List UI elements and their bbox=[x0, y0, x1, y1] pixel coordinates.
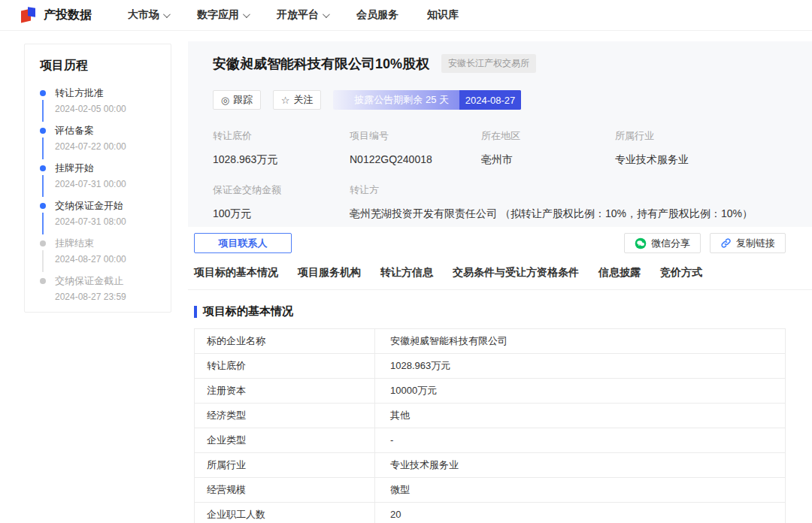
timeline-dot-icon bbox=[40, 128, 46, 134]
nav-item-membership[interactable]: 会员服务 bbox=[356, 8, 398, 22]
table-row: 所属行业 专业技术服务业 bbox=[195, 453, 785, 478]
table-row: 经营规模 微型 bbox=[195, 478, 785, 503]
deadline-remaining-label: 披露公告期剩余 25 天 bbox=[333, 93, 459, 107]
tab-bidding-method[interactable]: 竞价方式 bbox=[660, 266, 702, 280]
table-row: 经济类型 其他 bbox=[195, 404, 785, 428]
brand-name: 产投数据 bbox=[44, 8, 92, 23]
tab-basic-info[interactable]: 项目标的基本情况 bbox=[194, 266, 278, 280]
tab-service-agency[interactable]: 项目服务机构 bbox=[298, 266, 361, 280]
table-row: 企业类型 - bbox=[195, 428, 785, 453]
section-header: 项目标的基本情况 bbox=[194, 304, 812, 319]
timeline-dot-icon bbox=[40, 278, 46, 284]
table-row: 企业职工人数 20 bbox=[195, 503, 785, 523]
table-row: 注册资本 10000万元 bbox=[195, 379, 785, 404]
timeline-title: 项目历程 bbox=[40, 58, 159, 74]
project-detail-content: 项目联系人 微信分享 复制链接 项目标的基本 bbox=[188, 227, 812, 523]
tab-trade-conditions[interactable]: 交易条件与受让方资格条件 bbox=[453, 266, 579, 280]
timeline-item: 挂牌结束 2024-08-27 00:00 bbox=[40, 237, 159, 275]
tab-transferor-info[interactable]: 转让方信息 bbox=[380, 266, 433, 280]
timeline-item: 挂牌开始 2024-07-31 00:00 bbox=[40, 162, 159, 200]
timeline-dot-icon bbox=[40, 90, 46, 96]
wechat-share-button[interactable]: 微信分享 bbox=[624, 233, 701, 253]
basic-info-table: 标的企业名称 安徽昶威智能科技有限公司 转让底价 1028.963万元 注册资本… bbox=[194, 328, 786, 523]
nav-item-open-platform[interactable]: 开放平台 bbox=[277, 8, 328, 22]
timeline-item: 转让方批准 2024-02-05 00:00 bbox=[40, 87, 159, 125]
disclosure-deadline-bar: 披露公告期剩余 25 天 2024-08-27 bbox=[333, 90, 521, 110]
field-industry: 所属行业 专业技术服务业 bbox=[615, 129, 689, 167]
target-icon: ◎ bbox=[221, 95, 229, 105]
chevron-down-icon bbox=[163, 11, 171, 18]
page-title: 安徽昶威智能科技有限公司10%股权 bbox=[213, 55, 429, 73]
project-contact-button[interactable]: 项目联系人 bbox=[194, 233, 292, 253]
track-button[interactable]: ◎ 跟踪 bbox=[213, 90, 261, 110]
timeline-dot-icon bbox=[40, 240, 46, 246]
timeline-item: 交纳保证金截止 2024-08-27 23:59 bbox=[40, 275, 159, 313]
field-transferor: 转让方 亳州芜湖投资开发有限责任公司 （拟转让产股权比例：10%，持有产股权比例… bbox=[350, 183, 753, 221]
project-timeline-card: 项目历程 转让方批准 2024-02-05 00:00 评估备案 2024-07… bbox=[24, 44, 171, 313]
timeline-item: 评估备案 2024-07-22 00:00 bbox=[40, 125, 159, 162]
chevron-down-icon bbox=[243, 11, 250, 18]
field-deposit-amount: 保证金交纳金额 100万元 bbox=[213, 183, 350, 221]
nav-item-knowledge[interactable]: 知识库 bbox=[427, 8, 459, 22]
chevron-down-icon bbox=[323, 11, 330, 18]
section-accent-bar bbox=[194, 306, 197, 318]
timeline-item: 交纳保证金开始 2024-07-31 08:00 bbox=[40, 200, 159, 237]
detail-tabs: 项目标的基本情况 项目服务机构 转让方信息 交易条件与受让方资格条件 信息披露 … bbox=[188, 266, 812, 290]
field-project-number: 项目编号 N0122GQ240018 bbox=[350, 129, 481, 167]
follow-button[interactable]: ☆ 关注 bbox=[273, 90, 321, 110]
wechat-icon bbox=[635, 237, 647, 249]
section-title: 项目标的基本情况 bbox=[203, 304, 293, 319]
timeline-dot-icon bbox=[40, 203, 46, 209]
nav-item-digital-apps[interactable]: 数字应用 bbox=[197, 8, 248, 22]
project-header-panel: 安徽昶威智能科技有限公司10%股权 安徽长江产权交易所 ◎ 跟踪 ☆ 关注 披露… bbox=[188, 41, 812, 227]
table-row: 转让底价 1028.963万元 bbox=[195, 354, 785, 379]
deadline-date: 2024-08-27 bbox=[459, 90, 521, 110]
nav-item-market[interactable]: 大市场 bbox=[128, 8, 168, 22]
brand[interactable]: 产投数据 bbox=[21, 7, 92, 23]
field-base-price: 转让底价 1028.963万元 bbox=[213, 129, 350, 167]
top-navbar: 产投数据 大市场 数字应用 开放平台 会员服务 知识库 bbox=[0, 0, 812, 31]
brand-logo-icon bbox=[21, 7, 38, 23]
star-icon: ☆ bbox=[281, 95, 290, 105]
tab-info-disclosure[interactable]: 信息披露 bbox=[598, 266, 641, 280]
exchange-tag: 安徽长江产权交易所 bbox=[441, 54, 536, 73]
field-region: 所在地区 亳州市 bbox=[481, 129, 615, 167]
copy-link-button[interactable]: 复制链接 bbox=[710, 233, 786, 253]
table-row: 标的企业名称 安徽昶威智能科技有限公司 bbox=[195, 329, 785, 354]
timeline-dot-icon bbox=[40, 165, 46, 171]
link-icon bbox=[720, 237, 732, 249]
